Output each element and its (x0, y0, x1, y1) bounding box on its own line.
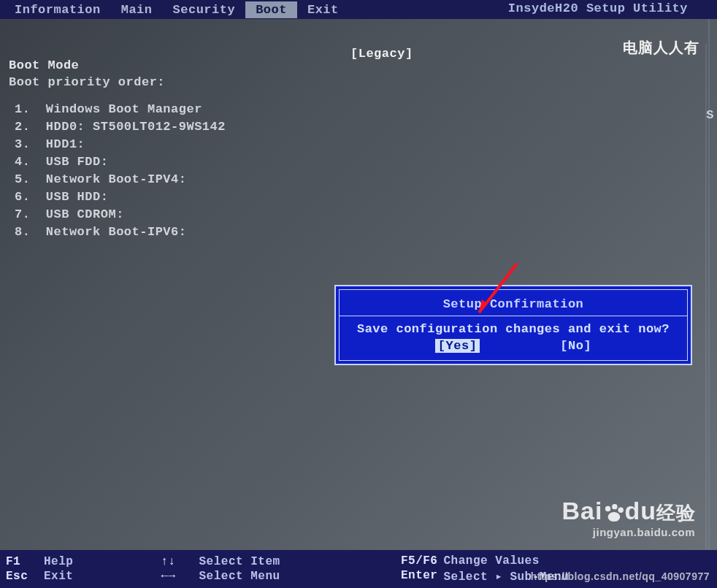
boot-item-label: Windows Boot Manager (46, 102, 202, 116)
no-button[interactable]: [No] (560, 339, 591, 353)
watermark-baidu-jingyan: 经验 (656, 502, 695, 524)
boot-item[interactable]: 7. USB CDROM: (15, 206, 710, 224)
paw-icon (602, 503, 624, 522)
key-leftright: ←→ (161, 570, 193, 583)
boot-item-num: 2. (15, 120, 30, 134)
key-f5f6: F5/F6 (401, 554, 438, 568)
tab-exit[interactable]: Exit (297, 1, 349, 18)
help-label: Help (44, 555, 73, 568)
watermark-csdn: https://blog.csdn.net/qq_40907977 (531, 570, 710, 582)
key-updown: ↑↓ (161, 555, 193, 568)
dialog-title: Setup Confirmation (345, 294, 681, 314)
boot-item-num: 7. (15, 207, 30, 221)
svg-point-3 (613, 504, 618, 509)
watermark-cn: 电脑人人有 (623, 38, 699, 58)
boot-item-label: Network Boot-IPV6: (46, 225, 187, 239)
key-f1: F1 (6, 555, 38, 568)
key-enter: Enter (401, 569, 438, 584)
svg-point-4 (618, 508, 624, 513)
boot-item[interactable]: 8. Network Boot-IPV6: (15, 224, 710, 241)
watermark-baidu-bai: Bai (562, 497, 603, 524)
dialog-message: Save configuration changes and exit now? (345, 322, 681, 336)
svg-point-2 (605, 506, 610, 511)
boot-item[interactable]: 1. Windows Boot Manager (15, 101, 710, 118)
boot-item-label: USB CDROM: (46, 207, 124, 221)
boot-item-label: HDD0: ST500LT012-9WS142 (46, 120, 226, 134)
watermark-baidu-du: du (624, 497, 656, 524)
tab-strip: Information Main Security Boot Exit (4, 1, 349, 18)
key-esc: Esc (6, 570, 38, 583)
menu-bar: Information Main Security Boot Exit Insy… (0, 0, 717, 19)
svg-point-5 (608, 512, 621, 522)
app-title: InsydeH20 Setup Utility (508, 1, 688, 15)
watermark-baidu: Baidu经验 jingyan.baidu.com (562, 497, 695, 538)
help-bar: F1Help EscExit ↑↓Select Item ←→Select Me… (0, 550, 717, 588)
boot-item[interactable]: 6. USB HDD: (15, 188, 710, 206)
boot-item-num: 8. (15, 225, 30, 239)
select-item-label: Select Item (199, 555, 280, 568)
tab-security[interactable]: Security (163, 1, 246, 18)
dialog-divider (340, 316, 687, 316)
watermark-baidu-url: jingyan.baidu.com (562, 526, 695, 538)
dialog-buttons: [Yes] [No] (345, 339, 681, 353)
boot-priority-heading: Boot priority order: (9, 75, 710, 89)
boot-item-label: USB FDD: (46, 155, 109, 169)
boot-item-num: 4. (15, 155, 30, 169)
boot-item[interactable]: 2. HDD0: ST500LT012-9WS142 (15, 118, 710, 136)
exit-label: Exit (44, 570, 73, 583)
boot-item-label: HDD1: (46, 137, 85, 151)
boot-item-num: 3. (15, 137, 30, 151)
boot-item[interactable]: 3. HDD1: (15, 136, 710, 153)
boot-item-num: 6. (15, 190, 30, 204)
tab-information[interactable]: Information (4, 1, 111, 18)
boot-item[interactable]: 4. USB FDD: (15, 153, 710, 171)
select-menu-label: Select Menu (199, 570, 280, 583)
boot-item-num: 1. (15, 102, 30, 116)
confirmation-dialog: Setup Confirmation Save configuration ch… (334, 285, 692, 365)
yes-button[interactable]: [Yes] (435, 339, 480, 353)
boot-item-label: USB HDD: (46, 190, 109, 204)
tab-main[interactable]: Main (111, 1, 163, 18)
boot-item[interactable]: 5. Network Boot-IPV4: (15, 171, 710, 188)
right-panel-hint: S (706, 108, 714, 122)
change-values-label: Change Values (443, 554, 539, 568)
boot-mode-value[interactable]: [Legacy] (350, 47, 413, 61)
boot-item-num: 5. (15, 172, 30, 186)
dialog-frame: Setup Confirmation Save configuration ch… (339, 289, 688, 361)
boot-priority-list: 1. Windows Boot Manager 2. HDD0: ST500LT… (15, 101, 710, 241)
tab-boot[interactable]: Boot (245, 1, 297, 18)
boot-item-label: Network Boot-IPV4: (46, 172, 187, 186)
